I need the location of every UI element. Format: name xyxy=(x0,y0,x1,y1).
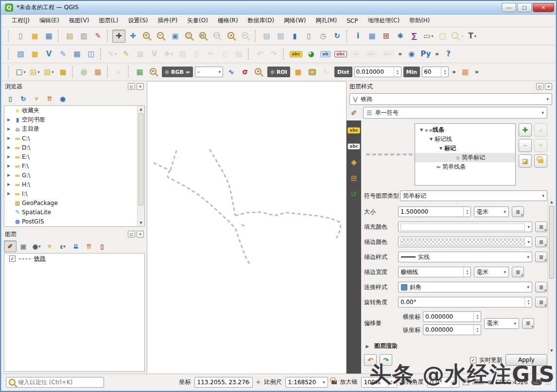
data-source-manager[interactable]: ▧ xyxy=(14,48,27,61)
map-canvas[interactable] xyxy=(147,81,346,374)
maximize-button[interactable]: □ xyxy=(517,3,532,12)
scroll-down-icon[interactable]: ▼ xyxy=(548,347,555,354)
new-spatialite-layer[interactable]: ✎ xyxy=(56,48,70,61)
stroke-style-data-defined-button[interactable]: ≣ xyxy=(535,252,547,262)
menu-item-1[interactable]: 编辑(E) xyxy=(35,15,64,27)
browser-scrollbar[interactable]: ▲ ▼ xyxy=(137,106,144,226)
layers-close-icon[interactable]: ✕ xyxy=(137,231,144,238)
toggle-editing[interactable]: ✎ xyxy=(120,48,133,61)
roi-cut[interactable]: ■ xyxy=(292,66,305,79)
scp-zoom-tool[interactable]: ◎ xyxy=(77,66,90,79)
browser-item-SpatiaLite[interactable]: ✎SpatiaLite xyxy=(4,207,144,217)
labels-tab[interactable]: abc xyxy=(348,125,360,135)
expand-arrow-icon[interactable]: ▶ xyxy=(4,164,13,168)
fill-color-picker[interactable]: ▾ xyxy=(398,222,532,232)
join-style-combo[interactable]: 斜角 ▾ xyxy=(398,282,532,292)
scroll-up-icon[interactable]: ▲ xyxy=(138,106,144,113)
add-vector-layer[interactable]: ■ xyxy=(28,48,41,61)
browser-filter[interactable]: ▼ xyxy=(30,93,43,104)
stroke-style-combo[interactable]: 实线 ▾ xyxy=(398,252,532,262)
size-data-defined-button[interactable]: ≣ xyxy=(512,206,524,217)
expand-arrow-icon[interactable]: ▶ xyxy=(4,173,13,177)
rgb-band-combo[interactable]: -▾ xyxy=(195,67,223,77)
spin-buttons[interactable]: ▴▾ xyxy=(394,67,401,77)
scale-value[interactable] xyxy=(288,379,323,386)
browser-refresh[interactable]: ↻ xyxy=(17,93,30,104)
band-set[interactable]: ▦ xyxy=(133,66,146,79)
spectral-plot-sigma[interactable]: σ xyxy=(239,66,252,79)
radio-icon[interactable] xyxy=(270,70,275,74)
field-calculator[interactable]: ⊞ xyxy=(380,30,393,43)
resize-grip[interactable] xyxy=(545,379,551,385)
expand-arrow-icon[interactable]: ▶ xyxy=(4,136,13,140)
select-by-location[interactable]: ■ xyxy=(56,66,70,79)
toolbar-overflow-button[interactable]: » xyxy=(433,51,441,57)
menu-item-2[interactable]: 视图(V) xyxy=(64,15,94,27)
browser-float-button[interactable]: ◱ xyxy=(128,83,135,90)
minimize-button[interactable]: — xyxy=(502,3,516,12)
pin-labels[interactable]: ab xyxy=(319,48,332,61)
add-symbol-layer[interactable]: ✚ xyxy=(519,123,532,136)
offset-unit-combo[interactable]: 毫米 ▾ xyxy=(484,318,519,329)
new-mesh-layer[interactable]: ▦ xyxy=(70,48,84,61)
zoom-to-selection[interactable]: ▢ xyxy=(183,30,196,43)
symbol-layer-type-combo[interactable]: 简单标记 ▾ xyxy=(400,190,547,201)
scp-band-calc[interactable]: ▦ xyxy=(459,66,472,79)
menu-item-4[interactable]: 设置(S) xyxy=(123,15,153,27)
coordinate-value[interactable] xyxy=(197,379,250,386)
roi-min-input-value[interactable] xyxy=(422,68,441,75)
symbol-tree-item-线条[interactable]: ▼▪▪线条 xyxy=(415,125,515,135)
collapse-arrow-icon[interactable]: ▼ xyxy=(437,146,444,151)
open-attribute-table[interactable]: ▦ xyxy=(366,30,379,43)
pan-map[interactable]: ✚ xyxy=(112,30,125,43)
layer-rendering-section[interactable]: ▶ 图层渲染 xyxy=(364,342,547,350)
spectral-plot[interactable]: ∿ xyxy=(225,66,238,79)
new-3d-map-view[interactable]: ▥ xyxy=(274,30,287,43)
3d-view-tab[interactable]: ◆ xyxy=(348,157,360,167)
lock-symbol-color[interactable] xyxy=(534,154,547,168)
style-redo-button[interactable]: ↷ xyxy=(380,354,392,366)
roi-dist-input[interactable]: ▴▾ xyxy=(354,67,401,77)
filter-by-expression[interactable]: ε▾ xyxy=(56,240,69,252)
spin-buttons[interactable]: ▴▾ xyxy=(463,207,470,217)
style-manager[interactable]: ✎ xyxy=(91,30,104,43)
expand-arrow-icon[interactable]: ▶ xyxy=(4,145,13,150)
crs-globe-icon[interactable]: ⊕ xyxy=(487,379,492,386)
toolbar-overflow-button[interactable]: » xyxy=(396,51,404,57)
browser-add-selected-layers[interactable]: ▯ xyxy=(4,93,17,104)
manage-map-themes[interactable]: ◉▾ xyxy=(30,240,43,252)
stroke-width-value[interactable] xyxy=(399,269,463,275)
refresh-map[interactable]: ↻ xyxy=(331,30,344,43)
style-undo-button[interactable]: ↶ xyxy=(364,354,377,366)
zoom-out[interactable]: − xyxy=(155,30,168,43)
browser-item-G[interactable]: ▶▬G:\ xyxy=(4,170,144,180)
toolbar-overflow-button[interactable]: » xyxy=(450,68,458,75)
rotation-input[interactable]: ▴▾ xyxy=(398,297,532,307)
layer-diagram[interactable]: ◕ xyxy=(305,48,318,61)
open-layer-styling-panel[interactable]: ✐ xyxy=(4,240,17,252)
magnifier-value[interactable] xyxy=(364,379,388,386)
temporal-controller[interactable]: ◷ xyxy=(316,30,330,43)
text-annotation[interactable]: T▾ xyxy=(466,30,479,43)
spin-buttons[interactable]: ▴▾ xyxy=(388,377,394,387)
browser-item-I[interactable]: ▶▬I:\ xyxy=(4,189,144,198)
crs-label[interactable]: EPSG:4326 xyxy=(496,379,528,386)
new-shapefile-layer[interactable]: V xyxy=(42,48,55,61)
map-rotation-spin[interactable]: ▴▾ xyxy=(427,377,459,388)
styling-layer-combo[interactable]: ⋁ 铁路 ▾ xyxy=(349,93,552,105)
spin-buttons[interactable]: ▴▾ xyxy=(473,325,481,335)
statistics-panel[interactable]: ∑ xyxy=(408,30,421,43)
stroke-width-data-defined-button[interactable]: ≣ xyxy=(512,267,524,277)
new-map-view[interactable]: ▤ xyxy=(260,30,273,43)
menu-item-12[interactable]: 地理处理(C) xyxy=(363,15,404,27)
remove-layer[interactable]: ▯ xyxy=(96,240,108,252)
metasearch[interactable]: ◉ xyxy=(405,48,418,61)
expand-all[interactable]: ⇊ xyxy=(70,240,82,252)
processing-toolbox[interactable]: ✱ xyxy=(394,30,407,43)
roi-min-input[interactable]: ▴▾ xyxy=(422,67,449,77)
browser-item-D[interactable]: ▶▬D:\ xyxy=(4,143,144,152)
apply-button[interactable]: Apply xyxy=(505,354,547,366)
offset-x-value[interactable] xyxy=(423,313,473,320)
layer-item[interactable]: ✓铁路 xyxy=(4,254,144,264)
browser-close-icon[interactable]: ✕ xyxy=(137,83,144,90)
